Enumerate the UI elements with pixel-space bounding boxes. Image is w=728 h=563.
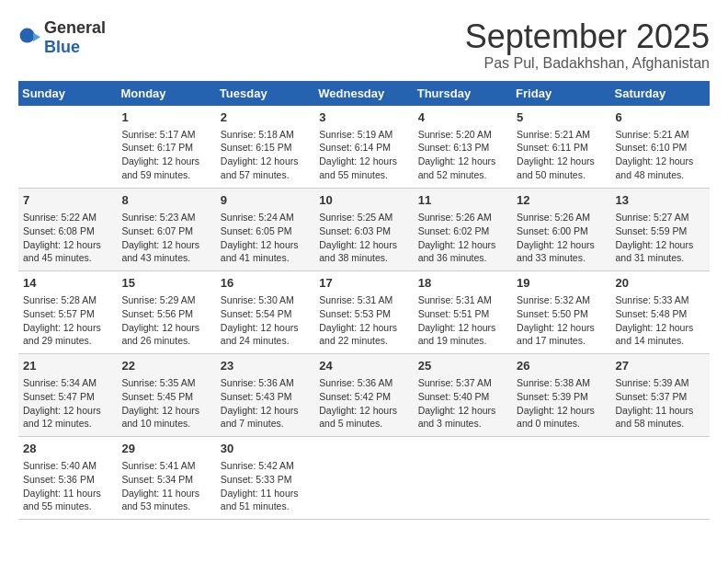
calendar-cell: 29Sunrise: 5:41 AMSunset: 5:34 PMDayligh… <box>117 437 215 520</box>
cell-content: Sunset: 6:05 PM <box>221 224 310 238</box>
cell-content: Sunrise: 5:23 AM <box>121 211 210 224</box>
cell-content: Sunset: 5:45 PM <box>121 390 210 404</box>
day-number: 13 <box>616 192 705 209</box>
logo-text-general: General <box>44 18 106 37</box>
cell-content: Sunset: 5:43 PM <box>221 390 310 404</box>
cell-content: and 53 minutes. <box>121 500 210 513</box>
day-number: 15 <box>121 275 210 292</box>
calendar-cell: 9Sunrise: 5:24 AMSunset: 6:05 PMDaylight… <box>216 189 314 271</box>
day-number: 12 <box>517 192 606 209</box>
cell-content: Sunrise: 5:19 AM <box>319 128 408 142</box>
cell-content: Sunrise: 5:41 AM <box>121 459 210 473</box>
cell-content: Sunset: 5:56 PM <box>121 307 210 321</box>
cell-content: Sunrise: 5:28 AM <box>23 293 112 307</box>
cell-content: and 26 minutes. <box>121 334 210 348</box>
day-number: 9 <box>221 192 310 209</box>
cell-content: Sunset: 6:08 PM <box>23 224 112 238</box>
cell-content: Daylight: 12 hours <box>319 404 408 418</box>
cell-content: and 43 minutes. <box>121 251 210 265</box>
cell-content: and 33 minutes. <box>517 251 606 265</box>
cell-content: and 12 minutes. <box>23 417 112 431</box>
cell-content: and 52 minutes. <box>418 168 507 182</box>
cell-content: Sunrise: 5:21 AM <box>517 128 606 142</box>
cell-content: Sunset: 5:53 PM <box>319 307 408 321</box>
cell-content: Sunrise: 5:21 AM <box>616 128 705 142</box>
cell-content: Daylight: 11 hours <box>121 487 210 500</box>
cell-content: Sunset: 5:40 PM <box>418 390 507 404</box>
calendar-cell: 8Sunrise: 5:23 AMSunset: 6:07 PMDaylight… <box>117 189 215 271</box>
calendar-table: SundayMondayTuesdayWednesdayThursdayFrid… <box>18 81 710 521</box>
weekday-header-sunday: Sunday <box>18 81 117 106</box>
cell-content: Sunrise: 5:42 AM <box>221 459 310 473</box>
cell-content: Sunrise: 5:22 AM <box>23 211 112 224</box>
cell-content: Sunrise: 5:39 AM <box>616 376 705 390</box>
day-number: 21 <box>23 358 112 374</box>
day-number: 1 <box>121 109 210 126</box>
day-number: 17 <box>319 275 408 292</box>
cell-content: Sunrise: 5:18 AM <box>221 128 310 142</box>
cell-content: Sunrise: 5:27 AM <box>616 211 705 224</box>
weekday-header-saturday: Saturday <box>611 81 710 106</box>
calendar-cell: 14Sunrise: 5:28 AMSunset: 5:57 PMDayligh… <box>18 271 117 354</box>
cell-content: Sunrise: 5:24 AM <box>221 211 310 224</box>
day-number: 5 <box>517 109 606 126</box>
day-number: 26 <box>517 358 606 374</box>
cell-content: and 45 minutes. <box>23 251 112 265</box>
cell-content: Daylight: 12 hours <box>319 238 408 252</box>
weekday-header-tuesday: Tuesday <box>216 81 314 106</box>
day-number: 27 <box>616 358 705 374</box>
cell-content: Daylight: 12 hours <box>23 238 112 252</box>
cell-content: Sunrise: 5:20 AM <box>418 128 507 142</box>
cell-content: Sunrise: 5:36 AM <box>221 376 310 390</box>
cell-content: Sunrise: 5:35 AM <box>121 376 210 390</box>
cell-content: Sunset: 5:50 PM <box>517 307 606 321</box>
calendar-cell: 17Sunrise: 5:31 AMSunset: 5:53 PMDayligh… <box>314 271 413 354</box>
cell-content: and 24 minutes. <box>221 334 310 348</box>
cell-content: and 7 minutes. <box>221 417 310 431</box>
svg-point-0 <box>20 29 35 43</box>
cell-content: Sunset: 5:34 PM <box>121 473 210 487</box>
day-number: 6 <box>616 109 705 126</box>
cell-content: Sunset: 5:36 PM <box>23 473 112 487</box>
calendar-cell <box>512 437 610 520</box>
logo: General Blue <box>18 18 106 57</box>
cell-content: and 38 minutes. <box>319 251 408 265</box>
cell-content: Daylight: 12 hours <box>121 238 210 252</box>
calendar-cell <box>611 437 710 520</box>
cell-content: and 58 minutes. <box>616 417 705 431</box>
cell-content: Sunrise: 5:17 AM <box>121 128 210 142</box>
cell-content: Daylight: 12 hours <box>418 238 507 252</box>
day-number: 23 <box>221 358 310 374</box>
cell-content: Daylight: 12 hours <box>121 321 210 335</box>
cell-content: Daylight: 12 hours <box>616 321 705 335</box>
cell-content: Daylight: 12 hours <box>418 404 507 418</box>
cell-content: and 48 minutes. <box>616 168 705 182</box>
calendar-cell: 18Sunrise: 5:31 AMSunset: 5:51 PMDayligh… <box>414 271 512 354</box>
calendar-cell: 23Sunrise: 5:36 AMSunset: 5:43 PMDayligh… <box>216 354 314 437</box>
cell-content: and 22 minutes. <box>319 334 408 348</box>
cell-content: and 0 minutes. <box>517 417 606 431</box>
week-row-4: 21Sunrise: 5:34 AMSunset: 5:47 PMDayligh… <box>18 354 710 437</box>
weekday-header-wednesday: Wednesday <box>314 81 413 106</box>
cell-content: Daylight: 12 hours <box>23 404 112 418</box>
cell-content: Sunset: 5:48 PM <box>616 307 705 321</box>
cell-content: and 51 minutes. <box>221 500 310 513</box>
day-number: 18 <box>418 275 507 292</box>
day-number: 11 <box>418 192 507 209</box>
day-number: 8 <box>121 192 210 209</box>
cell-content: Daylight: 12 hours <box>221 238 310 252</box>
cell-content: Sunset: 5:39 PM <box>517 390 606 404</box>
cell-content: Daylight: 12 hours <box>418 155 507 168</box>
cell-content: and 59 minutes. <box>121 168 210 182</box>
day-number: 7 <box>23 192 112 209</box>
calendar-cell: 12Sunrise: 5:26 AMSunset: 6:00 PMDayligh… <box>512 189 610 271</box>
cell-content: Daylight: 12 hours <box>221 321 310 335</box>
cell-content: Sunrise: 5:25 AM <box>319 211 408 224</box>
day-number: 4 <box>418 109 507 126</box>
calendar-cell: 13Sunrise: 5:27 AMSunset: 5:59 PMDayligh… <box>611 189 710 271</box>
cell-content: Sunrise: 5:38 AM <box>517 376 606 390</box>
cell-content: Daylight: 12 hours <box>517 321 606 335</box>
calendar-cell: 28Sunrise: 5:40 AMSunset: 5:36 PMDayligh… <box>18 437 117 520</box>
day-number: 25 <box>418 358 507 374</box>
weekday-header-thursday: Thursday <box>414 81 512 106</box>
